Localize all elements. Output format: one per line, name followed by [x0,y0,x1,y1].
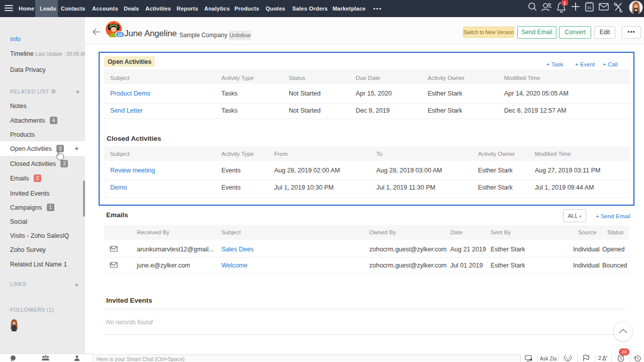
svg-text:31: 31 [587,6,592,10]
svg-text:2: 2 [598,355,601,361]
svg-text:10: 10 [118,32,123,37]
svg-text:1: 1 [564,1,566,6]
